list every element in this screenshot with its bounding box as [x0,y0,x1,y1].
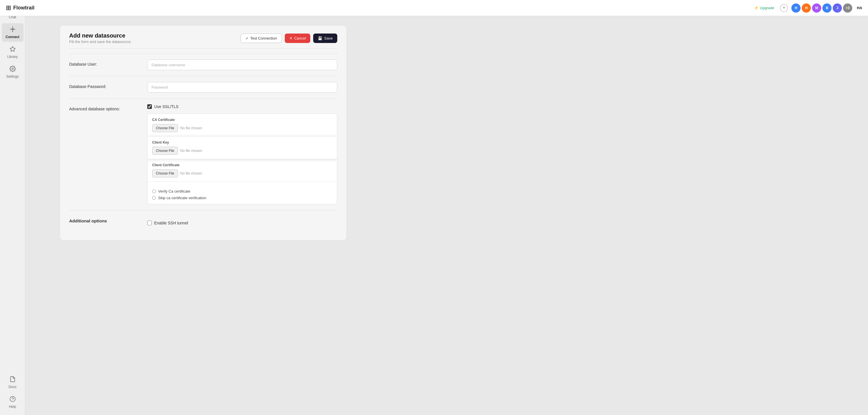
form-title: Add new datasource [69,32,132,39]
upgrade-button[interactable]: ⚡ Upgrade [752,5,776,11]
database-password-row: Database Password: [69,76,337,99]
ca-certificate-choose-button[interactable]: Choose File [152,124,178,132]
svg-marker-1 [10,46,15,51]
client-key-choose-button[interactable]: Choose File [152,147,178,155]
topbar: ⊞ Flowtrail ⚡ Upgrade + H H M B J +3 HA [0,0,868,16]
additional-options-area: Enable SSH tunnel [147,216,337,225]
save-button[interactable]: 💾 Save [313,34,337,43]
form-body: Database User: Database Password: Advanc… [60,49,346,240]
advanced-options-row: Advanced database options: Use SSL/TLS C… [69,99,337,210]
additional-options-label: Additional options [69,216,138,223]
library-icon [9,46,16,54]
avatar-h2[interactable]: H [802,3,811,12]
sidebar-settings-label: Settings [6,74,19,78]
verify-ca-radio[interactable] [152,189,156,193]
verify-ca-radio-row[interactable]: Verify Ca certificate [152,189,332,194]
avatar-group: H H M B J +3 [792,3,852,12]
client-certificate-no-file: No file chosen [180,171,202,175]
sidebar-item-connect[interactable]: Connect [2,23,24,42]
ca-certificate-label: CA Certificate [152,118,332,122]
docs-icon [9,376,16,384]
upgrade-label: Upgrade [760,6,774,10]
client-key-file-row: Choose File No file chosen [152,147,332,155]
ca-certificate-file-row: Choose File No file chosen [152,124,332,132]
form-subtitle: Fill the form and save the datasource. [69,40,132,44]
database-user-row: Database User: [69,54,337,76]
client-certificate-label: Client Certificate [152,163,332,167]
svg-point-2 [12,68,13,70]
advanced-options-area: Use SSL/TLS CA Certificate Choose File N… [147,104,337,204]
form-actions: ✓ Test Connection ✕ Cancel 💾 Save [241,34,337,43]
test-connection-button[interactable]: ✓ Test Connection [241,34,282,43]
svg-point-0 [12,28,13,30]
avatar-h1[interactable]: H [792,3,801,12]
skip-ca-radio[interactable] [152,196,156,200]
client-key-no-file: No file chosen [180,149,202,153]
logo: ⊞ Flowtrail [6,4,34,12]
svg-point-3 [10,396,15,402]
sidebar-item-library[interactable]: Library [2,43,24,62]
sidebar-help-label: Help [9,405,16,409]
advanced-options-label: Advanced database options: [69,104,138,111]
sidebar-item-settings[interactable]: Settings [2,63,24,81]
skip-ca-label: Skip ca certificate verification [158,196,206,200]
cancel-icon: ✕ [289,36,292,40]
ssl-tls-row: Use SSL/TLS [147,104,337,109]
ssl-tls-label[interactable]: Use SSL/TLS [154,104,179,109]
avatar-b[interactable]: B [823,3,832,12]
ssl-tls-checkbox[interactable] [147,104,152,109]
save-label: Save [324,36,333,40]
form-card: Add new datasource Fill the form and sav… [60,25,347,240]
add-member-button[interactable]: + [780,4,788,12]
test-connection-label: Test Connection [250,36,277,40]
logo-icon: ⊞ [6,4,11,12]
database-password-label: Database Password: [69,82,138,89]
scrolled-top-hint [69,51,337,54]
sidebar-item-help[interactable]: Help [2,393,24,412]
cancel-button[interactable]: ✕ Cancel [285,34,310,43]
additional-options-row: Additional options Enable SSH tunnel [69,210,337,231]
radio-options-group: Verify Ca certificate Skip ca certificat… [152,189,332,200]
sidebar-library-label: Library [7,55,18,59]
topbar-user-initials: HA [857,6,862,10]
additional-options-title: Additional options [69,216,107,223]
upgrade-icon: ⚡ [754,6,758,10]
save-icon: 💾 [318,36,322,40]
sidebar-connect-label: Connect [6,35,20,39]
client-certificate-file-row: Choose File No file chosen [152,169,332,177]
connect-icon [9,26,16,34]
database-user-input-area [147,60,337,70]
ca-verify-options: Verify Ca certificate Skip ca certificat… [148,182,337,204]
avatar-j[interactable]: J [833,3,842,12]
database-password-input[interactable] [147,82,337,93]
sidebar-item-docs[interactable]: Docs [2,373,24,392]
cancel-label: Cancel [294,36,306,40]
sidebar-docs-label: Docs [9,385,17,389]
database-user-label: Database User: [69,60,138,67]
ssh-tunnel-label[interactable]: Enable SSH tunnel [154,221,188,225]
settings-icon [9,66,16,73]
form-title-section: Add new datasource Fill the form and sav… [69,32,132,44]
verify-ca-label: Verify Ca certificate [158,189,190,194]
client-certificate-field: Client Certificate Choose File No file c… [148,159,337,182]
database-user-input[interactable] [147,60,337,70]
client-key-field: Client Key Choose File No file chosen [148,136,337,159]
app-name: Flowtrail [13,5,34,11]
database-password-input-area [147,82,337,93]
main-content: Add new datasource Fill the form and sav… [51,16,868,415]
form-header: Add new datasource Fill the form and sav… [60,26,346,48]
ca-certificate-no-file: No file chosen [180,126,202,130]
ssh-tunnel-checkbox[interactable] [147,221,152,225]
skip-ca-radio-row[interactable]: Skip ca certificate verification [152,196,332,200]
ssl-box: CA Certificate Choose File No file chose… [147,113,337,204]
sidebar: Chat Connect Library Settings [0,0,25,415]
avatar-more[interactable]: +3 [843,3,852,12]
help-icon [9,396,16,404]
ssh-tunnel-row: Enable SSH tunnel [147,221,337,225]
client-certificate-choose-button[interactable]: Choose File [152,169,178,177]
ca-certificate-field: CA Certificate Choose File No file chose… [148,114,337,136]
avatar-m[interactable]: M [812,3,821,12]
client-key-label: Client Key [152,140,332,144]
test-icon: ✓ [245,36,249,40]
